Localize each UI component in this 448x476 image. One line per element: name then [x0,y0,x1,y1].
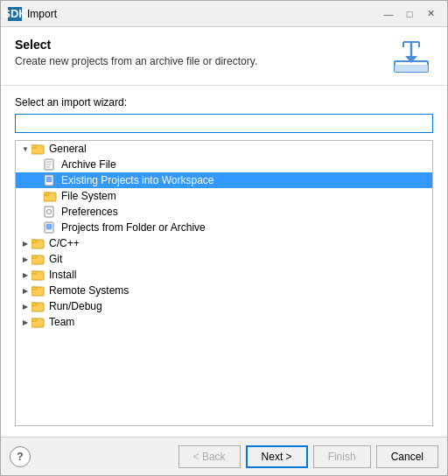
svg-rect-22 [32,240,37,242]
tree-item-install[interactable]: Install [16,267,432,283]
close-button[interactable]: ✕ [421,5,440,23]
title-bar-left: SDK Import [8,7,57,21]
cancel-button[interactable]: Cancel [376,445,438,468]
file-icon-archive [44,158,58,171]
folder-icon-install [32,269,46,281]
import-dialog: SDK Import — □ ✕ Select Create new proje… [0,0,448,476]
footer-right: < Back Next > Finish Cancel [178,445,438,468]
expander-run-debug [19,300,32,312]
tree-item-file-system[interactable]: File System [16,188,432,204]
file-icon-projects-folder [44,221,58,234]
tree-item-remote-systems[interactable]: Remote Systems [16,283,432,298]
tree-item-cpp[interactable]: C/C++ [16,235,432,251]
folder-icon-remote [32,284,46,297]
svg-rect-28 [32,287,37,290]
finish-button[interactable]: Finish [313,445,371,468]
tree-label-install: Install [49,269,76,281]
svg-rect-30 [32,303,37,305]
footer-left: ? [10,446,31,467]
tree-label-team: Team [49,316,74,328]
tree-item-run-debug[interactable]: Run/Debug [16,298,432,314]
svg-rect-26 [32,271,37,274]
back-button[interactable]: < Back [178,445,241,468]
folder-icon-run-debug [32,300,46,312]
tree-item-existing-projects[interactable]: Existing Projects into Workspace [16,172,432,188]
header-description: Create new projects from an archive file… [15,55,257,67]
expander-install [19,269,32,281]
next-button[interactable]: Next > [246,445,308,468]
tree-label-prefs: Preferences [61,206,118,218]
maximize-button[interactable]: □ [400,5,419,23]
svg-rect-20 [46,224,52,229]
dialog-footer: ? < Back Next > Finish Cancel [1,437,447,475]
title-bar: SDK Import — □ ✕ [1,1,447,27]
tree-item-general[interactable]: General [16,141,432,157]
folder-icon-git [32,253,46,265]
svg-rect-17 [45,206,53,217]
svg-rect-32 [32,318,37,321]
svg-rect-16 [44,192,49,195]
tree-label-existing: Existing Projects into Workspace [61,174,214,186]
folder-icon-cpp [32,237,46,249]
import-icon [391,38,431,75]
tree-label-general: General [49,143,87,155]
folder-icon-general [32,143,46,155]
expander-cpp [19,237,32,249]
folder-icon-team [32,316,46,328]
folder-icon-filesystem [44,190,58,202]
sdk-icon: SDK [8,7,22,21]
window-controls: — □ ✕ [379,5,440,23]
window-title: Import [27,8,57,20]
expander-general [19,143,32,155]
tree-label-run-debug: Run/Debug [49,300,102,312]
tree-label-archive: Archive File [61,158,116,171]
filter-input[interactable] [15,114,433,133]
file-icon-existing [44,174,58,186]
filter-label: Select an import wizard: [15,96,433,108]
tree-item-projects-folder[interactable]: Projects from Folder or Archive [16,220,432,235]
file-icon-prefs [44,206,58,218]
svg-rect-8 [32,145,37,148]
expander-team [19,316,32,328]
tree-item-archive-file[interactable]: Archive File [16,157,432,172]
wizard-tree[interactable]: General Archive File [15,140,433,426]
svg-rect-1 [395,65,428,72]
svg-rect-14 [46,177,52,182]
header-section: Select Create new projects from an archi… [1,27,447,86]
tree-label-cpp: C/C++ [49,237,80,249]
expander-git [19,253,32,265]
tree-item-git[interactable]: Git [16,251,432,267]
expander-remote [19,284,32,297]
tree-label-git: Git [49,253,62,265]
header-text: Select Create new projects from an archi… [15,38,257,67]
header-icon-area [389,38,433,76]
tree-label-projects-folder: Projects from Folder or Archive [61,221,206,234]
help-button[interactable]: ? [10,446,31,467]
svg-rect-24 [32,256,37,258]
minimize-button[interactable]: — [379,5,398,23]
header-title: Select [15,38,257,52]
tree-label-filesystem: File System [61,190,116,202]
content-area: Select an import wizard: General [1,86,447,437]
tree-item-preferences[interactable]: Preferences [16,204,432,220]
tree-label-remote: Remote Systems [49,284,129,297]
tree-item-team[interactable]: Team [16,314,432,330]
